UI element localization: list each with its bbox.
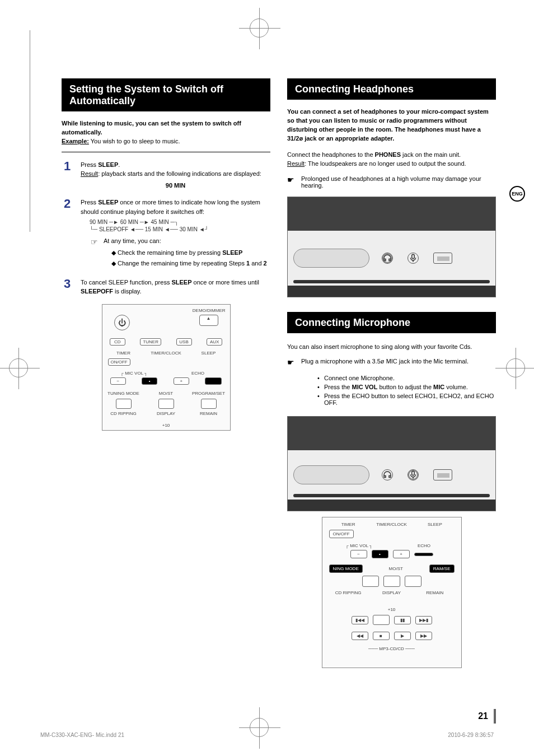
p2-remain: REMAIN <box>415 590 454 595</box>
ff-icon: ▶▶ <box>415 632 432 640</box>
p2-ning: NING MODE <box>329 564 363 573</box>
panel-micvol: ┌ MIC VOL ┐ <box>102 371 166 376</box>
p2-most: MO/ST <box>367 566 425 571</box>
remote-panel-figure: DEMO/DIMMER ⏻ ▲ CD TUNER USB AUX TIMER T… <box>102 304 231 431</box>
rew-icon: ◀◀ <box>352 632 368 640</box>
panel-dot: • <box>142 377 157 385</box>
panel-timerclock: TIMER/CLOCK <box>145 351 188 356</box>
mic-step-b-mid: button to adjust the <box>377 384 433 390</box>
panel-cdrip: CD RIPPING <box>102 411 145 416</box>
hand-icon: ☛ <box>287 175 294 184</box>
step-3-num: 3 <box>62 278 73 296</box>
microphone-heading: Connecting Microphone <box>287 312 496 333</box>
p2-blank <box>373 615 390 625</box>
microphone-heading-text: Connecting Microphone <box>295 317 490 329</box>
panel-timer: TIMER <box>102 351 145 356</box>
step-2-hint: ☞ At any time, you can: ◆ Check the rema… <box>91 236 270 270</box>
p2-plus: + <box>393 550 410 558</box>
usb-port-icon <box>433 253 452 264</box>
step-1-result-text: : playback starts and the following indi… <box>98 170 261 177</box>
p2-cdrip: CD RIPPING <box>329 590 368 595</box>
headphones-para: Connect the headphones to the PHONES jac… <box>287 150 496 169</box>
p2-mp3: ─── MP3-CD/CD ─── <box>329 646 455 651</box>
hint-lead: At any time, you can: <box>104 236 267 246</box>
cd-tray-icon <box>293 465 369 484</box>
p2-sleep: SLEEP <box>415 522 454 527</box>
panel-demo: DEMO/DIMMER <box>193 308 226 313</box>
eng-badge: ENG <box>509 186 525 202</box>
p2-b2 <box>383 576 400 587</box>
panel-b2 <box>158 399 174 409</box>
step-1-num: 1 <box>62 160 73 190</box>
left-intro: While listening to music, you can set th… <box>62 119 270 146</box>
stop-icon: ■ <box>373 632 390 640</box>
panel-plus: + <box>174 377 189 385</box>
step-1-result-label: Result <box>81 170 98 177</box>
step-1: 1 Press SLEEP. Result: playback starts a… <box>62 160 270 190</box>
left-column: Setting the System to Switch off Automat… <box>62 78 270 701</box>
step-1-bold: SLEEP <box>98 161 118 168</box>
panel-onoff: ON/OFF <box>108 358 130 366</box>
left-example-label: Example: <box>62 138 89 144</box>
usb-port-icon <box>433 469 452 480</box>
panel-tuner: TUNER <box>140 338 161 346</box>
hint-b-b2: 2 <box>264 260 267 267</box>
panel-plus10: +10 <box>102 423 230 428</box>
mic-step-b-b2: MIC <box>433 384 444 390</box>
mic-step-b-b1: MIC VOL <box>352 384 378 390</box>
headphones-para-b: PHONES <box>375 151 401 158</box>
headphones-note: Prolonged use of headphones at a high vo… <box>301 175 496 189</box>
p2-onoff: ON/OFF <box>329 530 354 538</box>
panel-b1 <box>116 399 132 409</box>
panel-most: MO/ST <box>145 391 188 396</box>
panel-black <box>205 377 222 385</box>
headphones-intro: You can connect a set of headphones to y… <box>287 108 496 143</box>
p2-dot: • <box>372 550 388 558</box>
play-icon: ▶ <box>394 632 411 640</box>
left-intro-bold: While listening to music, you can set th… <box>62 120 241 136</box>
p2-echo: ECHO <box>394 543 455 548</box>
cd-tray-icon <box>293 249 369 268</box>
panel-minus: − <box>110 377 126 385</box>
step-1-dot: . <box>118 161 120 168</box>
microphone-note: Plug a microphone with a 3.5ø MIC jack i… <box>301 358 469 365</box>
step-2-pre: Press <box>81 199 98 206</box>
p2-b3 <box>405 576 421 587</box>
p2-black <box>414 553 433 556</box>
hint-a-pre: Check the remaining time by pressing <box>118 249 222 256</box>
device-figure-headphones <box>287 197 496 297</box>
panel-cd: CD <box>110 338 125 346</box>
p2-b1 <box>362 576 379 587</box>
mic-jack-icon <box>407 253 419 264</box>
prev-track-icon: ▮◀◀ <box>352 616 368 624</box>
panel-b3 <box>201 399 217 409</box>
headphones-result-text: : The loudspeakers are no longer used to… <box>305 160 466 167</box>
step-3-b2: SLEEPOFF <box>81 288 113 295</box>
step-2-bold: SLEEP <box>98 199 118 206</box>
step-2: 2 Press SLEEP once or more times to indi… <box>62 198 270 270</box>
panel-display: DISPLAY <box>145 411 188 416</box>
p2-minus: − <box>350 550 367 558</box>
control-panel-figure: TIMER TIMER/CLOCK SLEEP ON/OFF ┌ MIC VOL… <box>322 517 462 668</box>
panel-remain: REMAIN <box>188 411 230 416</box>
hint-b-pre: Change the remaining time by repeating S… <box>118 260 246 267</box>
step-3: 3 To cancel SLEEP function, press SLEEP … <box>62 278 270 296</box>
step-3-b1: SLEEP <box>171 279 191 286</box>
microphone-note-row: ☛ Plug a microphone with a 3.5ø MIC jack… <box>287 358 496 367</box>
p2-timer: TIMER <box>329 522 368 527</box>
sleep-cycle: 90 MIN ─► 60 MIN ─► 45 MIN ─┐ └─ SLEEPOF… <box>90 218 270 233</box>
mic-step-b: Press the MIC VOL button to adjust the M… <box>324 384 496 390</box>
mic-step-c: Press the ECHO button to select ECHO1, E… <box>324 393 496 406</box>
hint-a-b: SLEEP <box>222 249 242 256</box>
divider <box>62 152 270 152</box>
next-track-icon: ▶▶▮ <box>415 616 432 624</box>
svg-rect-1 <box>412 472 415 476</box>
p2-micvol: ┌ MIC VOL ┐ <box>329 543 390 548</box>
p2-ramse: RAM/SE <box>429 564 455 573</box>
headphones-heading-text: Connecting Headphones <box>295 83 490 95</box>
mic-step-b-post: volume. <box>444 384 468 390</box>
p2-timerclock: TIMER/CLOCK <box>372 522 411 527</box>
page-number: 21 <box>478 709 496 724</box>
hint-b-mid: and <box>250 260 263 267</box>
headphones-note-row: ☛ Prolonged use of headphones at a high … <box>287 175 496 189</box>
